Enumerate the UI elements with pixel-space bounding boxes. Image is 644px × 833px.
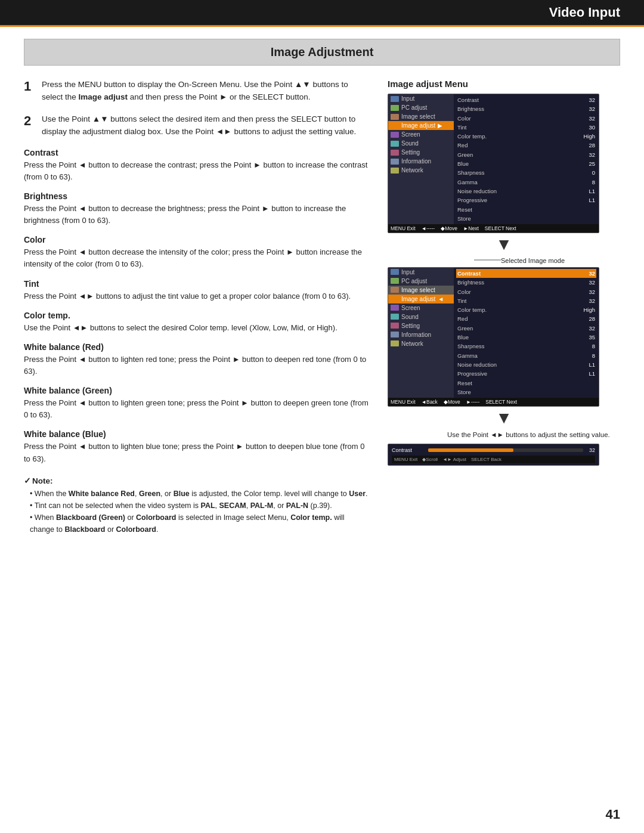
row-colortemp-1: Color temp.High (456, 132, 596, 141)
subsection-white-blue: White balance (Blue) Press the Point ◄ b… (24, 429, 370, 465)
network-label-2: Network (401, 340, 423, 347)
subsection-contrast-body: Press the Point ◄ button to decrease the… (24, 159, 370, 183)
subsection-color: Color Press the Point ◄ button decrease … (24, 235, 370, 270)
header-title: Video Input (549, 5, 620, 20)
menu-item-network-2: Network (388, 339, 454, 348)
menu-item-sound-2: Sound (388, 312, 454, 321)
row-prog-1: ProgressiveL1 (456, 196, 596, 205)
info-icon (391, 159, 399, 165)
row-noise-2: Noise reductionL1 (456, 360, 596, 369)
menu-item-input-2: Input (388, 268, 454, 277)
status-next-1: ►Next (463, 225, 479, 231)
slider-status-exit: MENU Exit (394, 457, 417, 462)
step-1: 1 Press the MENU button to display the O… (24, 79, 370, 104)
step-2-text: Use the Point ▲▼ buttons select the desi… (42, 113, 370, 138)
step-2-number: 2 (24, 113, 36, 138)
step-1-text: Press the MENU button to display the On-… (42, 79, 370, 104)
imgsel-icon-2 (391, 287, 399, 293)
row-prog-2: ProgressiveL1 (456, 369, 596, 378)
subsection-color-temp-title: Color temp. (24, 311, 370, 320)
menu-item-pc: PC adjust (388, 103, 454, 112)
status-select-1: SELECT Next (485, 225, 516, 231)
slider-statusbar: MENU Exit ◆Scroll ◄► Adjust SELECT Back (392, 456, 595, 463)
menu-item-imgadj: Image adjust ▶ (388, 121, 454, 130)
network-icon-2 (391, 340, 399, 346)
step-2: 2 Use the Point ▲▼ buttons select the de… (24, 113, 370, 138)
row-reset-2: Reset (456, 379, 596, 388)
row-gamma-1: Gamma8 (456, 178, 596, 187)
menu-statusbar-2: MENU Exit ◄Back ◆Move ►----- SELECT Next (388, 398, 599, 406)
screen-icon-2 (391, 305, 399, 311)
row-reset-1: Reset (456, 205, 596, 214)
menu-item-input: Input (388, 94, 454, 103)
menu-item-info-label: Information (401, 158, 431, 165)
status-move-1: ◆Move (441, 225, 457, 231)
subsection-color-temp-body: Use the Point ◄► buttons to select the d… (24, 322, 370, 334)
subsection-white-blue-body: Press the Point ◄ button to lighten blue… (24, 441, 370, 465)
subsection-white-red: White balance (Red) Press the Point ◄ bu… (24, 342, 370, 377)
imgadj-label-2: Image adjust (401, 296, 435, 302)
sound-label-2: Sound (401, 314, 419, 320)
pc-label-2: PC adjust (401, 278, 427, 284)
subsection-white-green: White balance (Green) Press the Point ◄ … (24, 386, 370, 421)
screen-label-2: Screen (401, 305, 420, 311)
info-label-2: Information (401, 332, 431, 338)
status-move-2: ◆Move (444, 399, 460, 405)
menu-item-setting-2: Setting (388, 321, 454, 330)
menu-item-screen: Screen (388, 130, 454, 139)
note-item-1: When the White balance Red, Green, or Bl… (30, 488, 370, 500)
row-store-2: Store (456, 388, 596, 397)
subsection-brightness-body: Press the Point ◄ button to decrease the… (24, 203, 370, 227)
menu-screenshot-2: Input PC adjust Image select Image adjus… (388, 267, 599, 407)
subsection-tint: Tint Press the Point ◄► buttons to adjus… (24, 279, 370, 302)
subsection-white-green-title: White balance (Green) (24, 386, 370, 395)
status-back-2: ◄Back (422, 399, 438, 405)
slider-label: Contrast (392, 447, 425, 453)
menu-item-pc-label: PC adjust (401, 104, 427, 111)
arrow-down-1: ▼ (388, 236, 620, 254)
menu-item-imgsel: Image select (388, 112, 454, 121)
menu-item-network-label-1: Network (401, 167, 423, 174)
menu-item-setting: Setting (388, 148, 454, 157)
input-icon-2 (391, 269, 399, 275)
status-exit-1: MENU Exit (391, 225, 416, 231)
setting-icon-2 (391, 323, 399, 329)
menu-item-imgadj-2: Image adjust ◄ (388, 295, 454, 304)
subsection-brightness-title: Brightness (24, 191, 370, 201)
row-green-2: Green32 (456, 324, 596, 333)
setting-label-2: Setting (401, 323, 420, 329)
row-red-1: Red28 (456, 141, 596, 150)
page-number: 41 (606, 807, 620, 822)
subsection-brightness: Brightness Press the Point ◄ button to d… (24, 191, 370, 227)
menu-item-screen-2: Screen (388, 304, 454, 312)
status-next-2: ►----- (466, 399, 480, 405)
subsection-color-body: Press the Point ◄ button decrease the in… (24, 246, 370, 270)
menu-item-input-label: Input (401, 95, 414, 102)
imgsel-icon (391, 114, 399, 120)
slider-status-back: SELECT Back (471, 457, 501, 462)
subsection-color-temp: Color temp. Use the Point ◄► buttons to … (24, 311, 370, 334)
menu-item-imgsel-label: Image select (401, 113, 435, 120)
subsection-white-green-body: Press the Point ◄ button to lighten gree… (24, 397, 370, 421)
menu-item-sound: Sound (388, 139, 454, 148)
info-icon-2 (391, 332, 399, 337)
slider-bar-fill (428, 448, 513, 452)
image-adjust-menu-title: Image adjust Menu (388, 79, 620, 89)
input-icon (391, 96, 399, 102)
left-col: 1 Press the MENU button to display the O… (24, 79, 370, 535)
imgadj-icon-2 (391, 296, 399, 302)
status-select-2: SELECT Next (485, 399, 517, 405)
subsection-color-title: Color (24, 235, 370, 244)
row-contrast-1: Contrast32 (456, 95, 596, 104)
slider-bar-bg (428, 448, 583, 452)
row-tint-2: Tint32 (456, 296, 596, 305)
note-title: Note: (24, 476, 370, 485)
content-wrapper: Image Adjustment 1 Press the MENU button… (0, 27, 644, 559)
row-color-2: Color32 (456, 287, 596, 296)
row-brightness-2: Brightness32 (456, 278, 596, 287)
subsection-contrast-title: Contrast (24, 148, 370, 157)
row-gamma-2: Gamma8 (456, 351, 596, 360)
row-contrast-2: Contrast32 (456, 269, 596, 278)
menu-inner-2: Input PC adjust Image select Image adjus… (388, 268, 599, 398)
menu-item-imgsel-2: Image select (388, 286, 454, 295)
